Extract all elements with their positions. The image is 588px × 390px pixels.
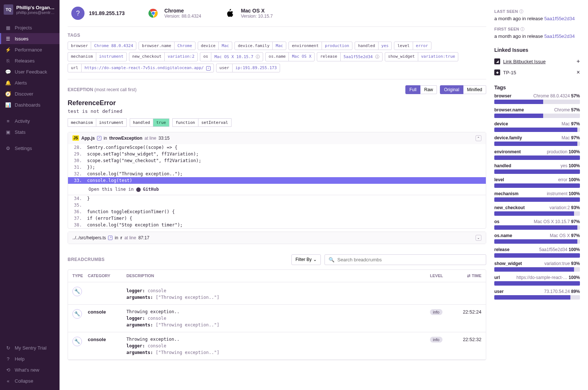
nav-bottom-what-s-new[interactable]: ⟲What's new bbox=[0, 364, 60, 375]
nav-item-dashboards[interactable]: 📊Dashboards bbox=[0, 99, 60, 110]
nav-icon: ? bbox=[5, 356, 11, 362]
tag-stat-row[interactable]: user73.170.54.24 89% bbox=[494, 289, 580, 300]
tag-key: device.family bbox=[235, 42, 273, 50]
search-box[interactable]: 🔍 bbox=[325, 254, 486, 265]
tag-value: Mac bbox=[219, 42, 232, 50]
code-line: 30. scope.setTag("new_checkout", ff2Vari… bbox=[68, 157, 486, 164]
first-seen-label: FIRST SEEN ⓘ bbox=[494, 26, 580, 32]
frame-fn: r bbox=[121, 235, 122, 240]
stack-frame: ../../src/helpers.ts ↗ in r at line 87:1… bbox=[68, 232, 486, 244]
frame-fn: throwException bbox=[109, 136, 142, 141]
tag-pill[interactable]: levelerror bbox=[394, 42, 431, 50]
tag-stat-row[interactable]: os.nameMac OS X 97% bbox=[494, 233, 580, 244]
tag-stat-key: os bbox=[494, 219, 499, 224]
nav-icon: 📊 bbox=[5, 102, 11, 108]
nav-item-stats[interactable]: ▣Stats bbox=[0, 126, 60, 137]
breadcrumbs-heading: BREADCRUMBS bbox=[68, 257, 105, 262]
tag-stat-row[interactable]: new_checkoutvariation:2 93% bbox=[494, 205, 580, 216]
raw-button[interactable]: Raw bbox=[420, 85, 437, 94]
tag-stat-row[interactable]: device.familyMac 97% bbox=[494, 135, 580, 146]
org-header[interactable]: TQ Phillip's Organiz… phillip.jones@sent… bbox=[0, 0, 60, 19]
external-link-icon[interactable]: ↗ bbox=[97, 136, 101, 140]
breadcrumb-row: 🔧 console Throwing exception.. logger: c… bbox=[68, 305, 486, 332]
tag-key: url bbox=[68, 64, 82, 72]
nav-item-performance[interactable]: ⚡Performance bbox=[0, 44, 60, 55]
tag-stat-value: Mac 97% bbox=[562, 121, 580, 126]
tag-bar bbox=[494, 114, 580, 118]
tag-key: device bbox=[198, 42, 219, 50]
tag-pill[interactable]: mechanisminstrument bbox=[68, 52, 127, 61]
tag-pill[interactable]: userip:191.89.255.173 bbox=[216, 64, 280, 72]
close-icon[interactable]: × bbox=[577, 69, 580, 76]
nav-item-projects[interactable]: ▦Projects bbox=[0, 22, 60, 33]
tag-pill[interactable]: show_widgetvariation:true bbox=[385, 52, 459, 61]
nav-item-releases[interactable]: ⎘Releases bbox=[0, 55, 60, 66]
tag-pill[interactable]: browserChrome 88.0.4324 bbox=[68, 42, 136, 50]
tag-pill[interactable]: deviceMac bbox=[198, 42, 233, 50]
pill-key: mechanism bbox=[68, 118, 96, 127]
nav-item-settings[interactable]: ⚙Settings bbox=[0, 143, 60, 154]
tag-stat-row[interactable]: handledyes 100% bbox=[494, 163, 580, 174]
tag-stat-key: new_checkout bbox=[494, 205, 525, 210]
expand-icon[interactable]: ⌄ bbox=[476, 235, 481, 241]
tag-stat-row[interactable]: browser.nameChrome 57% bbox=[494, 107, 580, 118]
tag-bar bbox=[494, 197, 580, 202]
tag-pill[interactable]: new_checkoutvariation:2 bbox=[129, 52, 198, 61]
tag-pill[interactable]: urlhttps://do-sample-react-7v5is.ondigit… bbox=[68, 64, 214, 72]
tag-value: variation:2 bbox=[165, 53, 197, 61]
tag-bar bbox=[494, 211, 580, 216]
tag-pill[interactable]: handledyes bbox=[355, 42, 392, 50]
full-button[interactable]: Full bbox=[405, 85, 420, 94]
tag-stat-row[interactable]: osMac OS X 10.15.7 97% bbox=[494, 219, 580, 230]
tag-pill[interactable]: os.nameMac OS X bbox=[265, 52, 315, 61]
tag-stat-row[interactable]: release5aa1f55e2d34 100% bbox=[494, 247, 580, 258]
pill-value: instrument bbox=[96, 118, 127, 127]
tag-bar bbox=[494, 253, 580, 258]
frame-loc: 33:15 bbox=[158, 136, 169, 141]
filter-button[interactable]: Filter By ⌄ bbox=[291, 254, 321, 265]
nav-bottom-help[interactable]: ?Help bbox=[0, 353, 60, 364]
tag-stat-row[interactable]: levelerror 100% bbox=[494, 177, 580, 188]
nav-icon: ↻ bbox=[5, 345, 11, 351]
nav-bottom-collapse[interactable]: «Collapse bbox=[0, 375, 60, 386]
nav-item-issues[interactable]: ☰Issues bbox=[0, 33, 60, 44]
nav-item-discover[interactable]: 🧭Discover bbox=[0, 88, 60, 99]
code-line: 37. if (errorTimer) { bbox=[68, 215, 486, 222]
tag-pill[interactable]: device.familyMac bbox=[234, 42, 286, 50]
tag-pill[interactable]: osMac OS X 10.15.7 ⓘ bbox=[200, 52, 263, 61]
tag-stat-value: 5aa1f55e2d34 100% bbox=[539, 247, 580, 252]
tag-stat-row[interactable]: environmentproduction 100% bbox=[494, 149, 580, 160]
original-button[interactable]: Original bbox=[440, 85, 463, 94]
external-link-icon[interactable]: ↗ bbox=[108, 236, 112, 240]
minified-button[interactable]: Minified bbox=[463, 85, 486, 94]
tag-stat-row[interactable]: browserChrome 88.0.4324 57% bbox=[494, 93, 580, 104]
open-in-github[interactable]: Open this line in ⬤ GitHub bbox=[68, 184, 486, 195]
tag-pill[interactable]: browser.nameChrome bbox=[139, 42, 195, 50]
tag-stat-value: Mac OS X 97% bbox=[550, 233, 580, 238]
tag-pill[interactable]: release5aa1f55e2d34 ⓘ bbox=[317, 52, 382, 61]
tag-stat-row[interactable]: show_widgetvariation:true 93% bbox=[494, 261, 580, 272]
nav-label: Releases bbox=[15, 58, 35, 64]
tag-stat-row[interactable]: urlhttps://do-sample-react-… 100% bbox=[494, 275, 580, 286]
frame-at: at line bbox=[124, 235, 136, 240]
search-input[interactable] bbox=[337, 257, 482, 262]
nav-label: Performance bbox=[15, 47, 42, 53]
js-badge: JS bbox=[72, 135, 79, 141]
tag-stat-row[interactable]: mechanisminstrument 100% bbox=[494, 191, 580, 202]
tag-stat-value: variation:2 93% bbox=[549, 205, 580, 210]
nav-item-alerts[interactable]: 🔔Alerts bbox=[0, 77, 60, 88]
tag-pill[interactable]: environmentproduction bbox=[288, 42, 352, 50]
release-link[interactable]: 5aa1f55e2d34 bbox=[544, 33, 575, 39]
release-link[interactable]: 5aa1f55e2d34 bbox=[544, 16, 575, 21]
tag-stat-row[interactable]: deviceMac 97% bbox=[494, 121, 580, 132]
nav-item-user-feedback[interactable]: 💬User Feedback bbox=[0, 66, 60, 77]
browser-version: Version: 88.0.4324 bbox=[164, 14, 201, 19]
nav-icon: ☰ bbox=[5, 36, 11, 42]
nav-item-activity[interactable]: ≡Activity bbox=[0, 115, 60, 126]
add-icon[interactable]: + bbox=[577, 58, 580, 65]
col-category: CATEGORY bbox=[88, 273, 126, 278]
nav-bottom-my-sentry-trial[interactable]: ↻My Sentry Trial bbox=[0, 342, 60, 353]
linked-issue-row[interactable]: ◆TP-15× bbox=[494, 67, 580, 78]
collapse-icon[interactable]: ⌃ bbox=[476, 135, 481, 141]
linked-issue-row[interactable]: ◢Link Bitbucket Issue+ bbox=[494, 56, 580, 67]
